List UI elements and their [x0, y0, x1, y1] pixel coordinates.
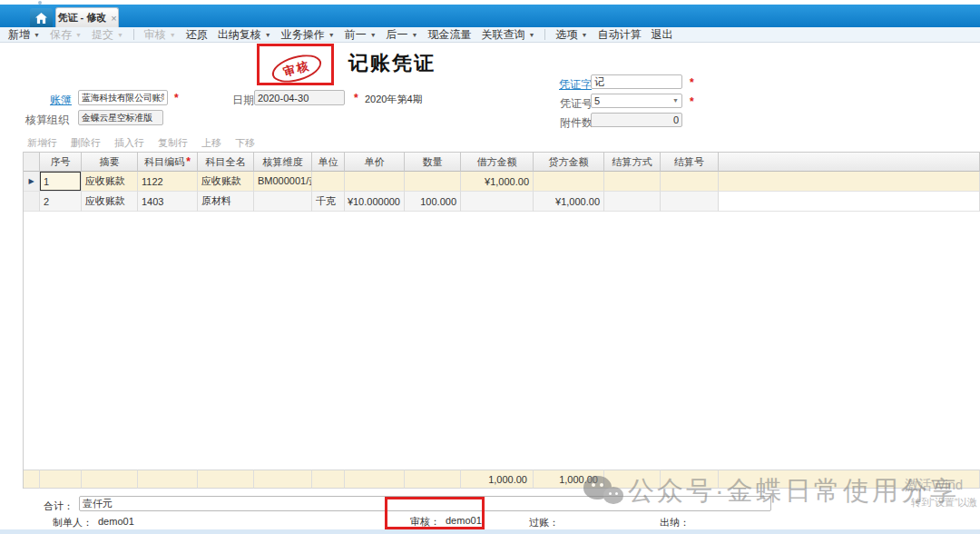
button-label: 选项 [555, 27, 577, 43]
audit-button[interactable]: 审核▼ [144, 27, 176, 43]
options-button[interactable]: 选项▼ [555, 27, 587, 43]
cell-summary[interactable]: 应收账款 [82, 172, 138, 192]
chevron-down-icon[interactable]: ▼ [328, 32, 335, 38]
chevron-down-icon[interactable]: ▼ [412, 32, 418, 38]
cell-dimension[interactable]: BM000001/蓝 [254, 172, 312, 192]
tab-label: 凭证 - 修改 [57, 11, 106, 25]
total-words-label: 合计： [44, 499, 74, 513]
prev-voucher-button[interactable]: 前一▼ [345, 27, 377, 43]
required-marker: * [354, 92, 358, 104]
cell-debit[interactable] [461, 192, 534, 212]
chevron-down-icon[interactable]: ▼ [117, 32, 123, 38]
audit-stamp-annotation-box: 审核 [257, 44, 334, 85]
insert-row-button[interactable]: 插入行 [114, 136, 144, 150]
book-input[interactable] [78, 90, 168, 105]
cell-settle-method[interactable] [604, 172, 661, 192]
required-marker: * [690, 76, 694, 89]
chevron-down-icon[interactable]: ▼ [265, 32, 271, 38]
cell-seq[interactable]: 1 [40, 172, 82, 192]
cell-settle-no[interactable] [661, 172, 719, 192]
cell-account-code[interactable]: 1403 [138, 192, 198, 212]
close-icon[interactable]: × [111, 13, 116, 24]
copy-row-button[interactable]: 复制行 [158, 136, 188, 150]
button-label: 出纳复核 [218, 27, 261, 43]
tab-home[interactable] [30, 8, 53, 27]
col-header-dimension: 核算维度 [254, 152, 312, 172]
cell-debit[interactable]: ¥1,000.00 [461, 172, 534, 192]
required-marker: * [690, 95, 694, 108]
exit-button[interactable]: 退出 [651, 27, 672, 43]
chevron-down-icon[interactable]: ▼ [672, 97, 679, 104]
related-query-button[interactable]: 关联查询▼ [482, 27, 535, 43]
delete-row-button[interactable]: 删除行 [71, 136, 101, 150]
cell-credit[interactable] [534, 172, 604, 192]
voucher-word-input[interactable] [591, 74, 682, 89]
voucher-word-label-link[interactable]: 凭证字 [559, 77, 592, 93]
grid-toolbar: 新增行 删除行 插入行 复制行 上移 下移 [27, 136, 255, 150]
attachments-input[interactable] [591, 113, 682, 127]
row-selector[interactable]: ▶ [24, 172, 40, 192]
cell-summary[interactable]: 应收账款 [82, 192, 138, 212]
header-label: 科目编码 [144, 155, 184, 169]
col-header-settle-no: 结算号 [661, 152, 719, 172]
cell-settle-no[interactable] [661, 192, 719, 212]
required-marker: * [186, 155, 191, 168]
col-header-debit: 借方金额 [461, 152, 534, 172]
cashier-review-button[interactable]: 出纳复核▼ [218, 27, 271, 43]
move-up-button[interactable]: 上移 [201, 136, 221, 150]
row-selector[interactable] [24, 192, 40, 212]
totals-empty [312, 470, 345, 489]
cell-settle-method[interactable] [604, 192, 661, 212]
business-ops-button[interactable]: 业务操作▼ [281, 27, 335, 43]
button-label: 业务操作 [281, 27, 325, 43]
auto-calc-button[interactable]: 自动计算 [597, 27, 641, 43]
col-header-price: 单价 [345, 152, 405, 172]
cell-qty[interactable] [405, 172, 461, 192]
cell-account-name[interactable]: 原材料 [198, 192, 254, 212]
org-input[interactable] [78, 110, 163, 125]
button-label: 还原 [186, 27, 208, 43]
cell-price[interactable] [345, 172, 405, 192]
cell-dimension[interactable] [254, 192, 312, 212]
preparer-value: demo01 [98, 516, 134, 527]
add-row-button[interactable]: 新增行 [27, 136, 57, 150]
audit-stamp: 审核 [269, 50, 324, 87]
button-label: 关联查询 [482, 27, 525, 43]
table-row[interactable]: ▶ 1 应收账款 1122 应收账款 BM000001/蓝 ¥1,000.00 [24, 172, 980, 192]
cell-account-name[interactable]: 应收账款 [198, 172, 254, 192]
book-label-link[interactable]: 账簿 [50, 93, 72, 108]
cell-credit[interactable]: ¥1,000.00 [534, 192, 604, 212]
cash-flow-button[interactable]: 现金流量 [428, 27, 472, 43]
total-debit: 1,000.00 [461, 470, 534, 489]
submit-button[interactable]: 提交▼ [92, 27, 123, 43]
chevron-down-icon[interactable]: ▼ [581, 32, 587, 38]
next-voucher-button[interactable]: 后一▼ [387, 27, 418, 43]
chevron-down-icon[interactable]: ▼ [75, 32, 82, 38]
button-label: 现金流量 [428, 27, 472, 43]
save-button[interactable]: 保存▼ [50, 27, 82, 43]
chevron-down-icon[interactable]: ▼ [34, 32, 40, 38]
cashier-label: 出纳： [660, 516, 690, 529]
chevron-down-icon[interactable]: ▼ [370, 32, 377, 38]
totals-empty [254, 470, 312, 489]
cell-seq[interactable]: 2 [40, 192, 82, 212]
toolbar-separator [133, 29, 134, 40]
attachments-label: 附件数 [560, 115, 593, 131]
move-down-button[interactable]: 下移 [235, 136, 255, 150]
voucher-number-input[interactable] [591, 94, 682, 108]
button-label: 保存 [50, 27, 72, 43]
cell-unit[interactable]: 千克 [312, 192, 345, 212]
date-input[interactable] [254, 90, 345, 105]
chevron-down-icon[interactable]: ▼ [529, 32, 535, 38]
voucher-edit-window: 凭证 - 修改 × 新增▼ 保存▼ 提交▼ 审核▼ 还原 出纳复核▼ 业务操作▼… [0, 0, 980, 534]
restore-button[interactable]: 还原 [186, 27, 208, 43]
voucher-number-select[interactable]: ▼ [591, 94, 682, 108]
chevron-down-icon[interactable]: ▼ [170, 32, 176, 38]
table-row[interactable]: 2 应收账款 1403 原材料 千克 ¥10.000000 100.000 ¥1… [24, 192, 980, 212]
tab-voucher-edit[interactable]: 凭证 - 修改 × [55, 7, 119, 27]
cell-account-code[interactable]: 1122 [138, 172, 198, 192]
cell-price[interactable]: ¥10.000000 [345, 192, 405, 212]
cell-unit[interactable] [312, 172, 345, 192]
new-button[interactable]: 新增▼ [8, 27, 40, 43]
cell-qty[interactable]: 100.000 [405, 192, 461, 212]
